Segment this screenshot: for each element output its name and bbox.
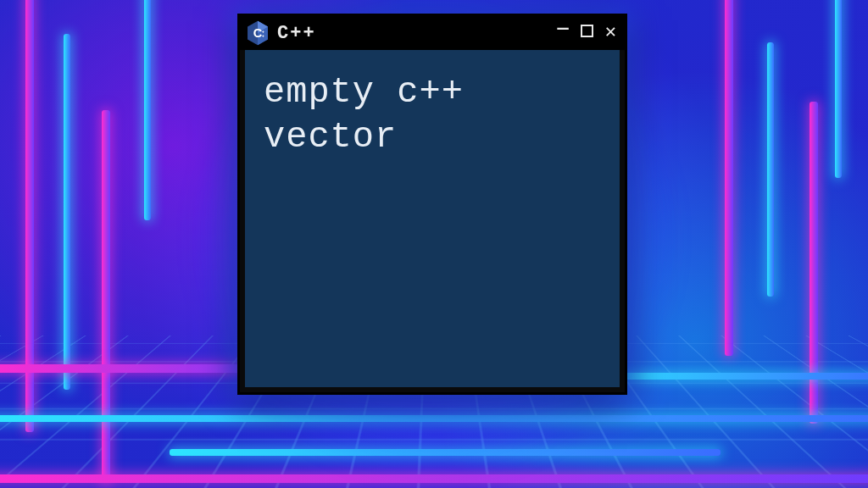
close-button[interactable]: ✕ (605, 24, 616, 42)
cpp-logo-icon: C + + (247, 20, 269, 46)
circuit-trace (144, 0, 151, 220)
terminal-window: C + + C++ — ✕ empty c++ vector (237, 14, 627, 395)
circuit-trace (64, 34, 70, 390)
window-controls: — ✕ (558, 24, 616, 42)
window-title: C++ (277, 23, 316, 44)
circuit-trace (725, 0, 733, 356)
terminal-client-area: empty c++ vector (245, 50, 620, 387)
svg-text:+: + (262, 33, 264, 38)
minimize-button[interactable]: — (558, 20, 569, 39)
circuit-trace (102, 110, 110, 483)
svg-text:C: C (253, 26, 263, 40)
circuit-trace (835, 0, 842, 178)
terminal-text: empty c++ vector (264, 70, 601, 159)
titlebar[interactable]: C + + C++ — ✕ (240, 16, 625, 50)
circuit-trace (767, 42, 774, 297)
maximize-button[interactable] (581, 24, 593, 42)
